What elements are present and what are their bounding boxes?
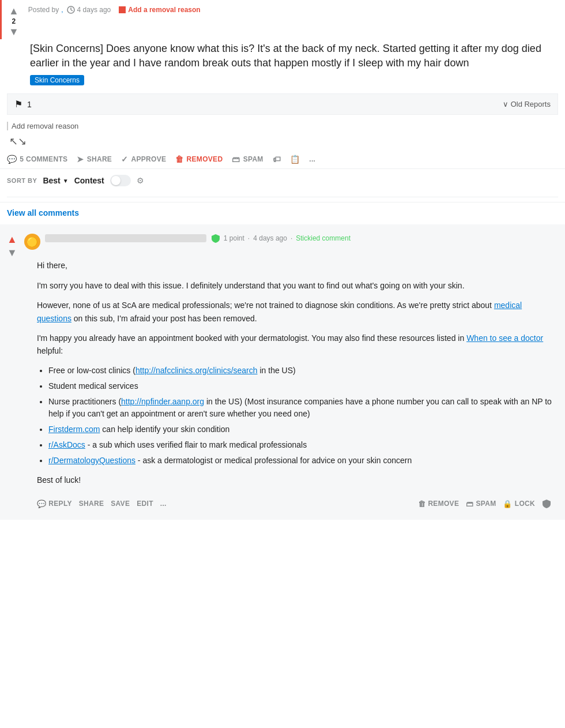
post-title: [Skin Concerns] Does anyone know what th… bbox=[30, 42, 558, 70]
note-button[interactable]: 📋 bbox=[290, 155, 300, 164]
old-reports-button[interactable]: ∨ Old Reports bbox=[503, 100, 551, 108]
reply-icon: 💬 bbox=[37, 500, 46, 508]
removed-button[interactable]: 🗑 Removed bbox=[175, 155, 223, 164]
comment-downvote-button[interactable]: ▼ bbox=[7, 247, 17, 259]
sort-chevron-icon: ▼ bbox=[63, 178, 69, 184]
lock-button[interactable]: 🔒 Lock bbox=[503, 500, 535, 508]
tag-button[interactable]: 🏷 bbox=[273, 155, 281, 164]
toggle-knob bbox=[111, 176, 120, 185]
clock-icon bbox=[67, 6, 75, 14]
add-removal-section: Add removal reason ↖↘ bbox=[0, 118, 565, 150]
report-flag-icon: ⚑ bbox=[14, 99, 22, 110]
comment-vote-section: ▲ ▼ bbox=[7, 234, 17, 259]
comment-dot-separator: · bbox=[248, 234, 250, 242]
sort-select[interactable]: Best ▼ bbox=[43, 176, 68, 185]
edit-button[interactable]: Edit bbox=[137, 500, 153, 508]
comment-avatar: 🟡 bbox=[24, 234, 40, 250]
share-button[interactable]: ➤ Share bbox=[77, 155, 112, 164]
sort-label: SORT BY bbox=[7, 177, 37, 184]
chevron-down-icon: ∨ bbox=[503, 100, 508, 108]
list-item: Free or low-cost clinics (http://nafccli… bbox=[48, 365, 558, 377]
askdocs-link[interactable]: r/AskDocs bbox=[48, 440, 85, 449]
comment-spam-icon: 🗃 bbox=[466, 500, 473, 508]
post-title-section: [Skin Concerns] Does anyone know what th… bbox=[0, 39, 565, 90]
list-item: r/DermatologyQuestions - ask a dermatolo… bbox=[48, 455, 558, 467]
post-time: 4 days ago bbox=[77, 6, 111, 14]
save-button[interactable]: Save bbox=[111, 500, 130, 508]
main-container: ▲ 2 ▼ Posted by , 4 days ago Add a remov… bbox=[0, 0, 565, 520]
add-removal-button[interactable]: Add a removal reason bbox=[119, 6, 200, 14]
comment-dot-separator2: · bbox=[291, 234, 292, 242]
comment-closing: Best of luck! bbox=[37, 474, 558, 486]
comment-meta: 1 point · 4 days ago · Stickied comment bbox=[211, 234, 351, 243]
reports-bar: ⚑ 1 ∨ Old Reports bbox=[7, 93, 558, 115]
reports-count: 1 bbox=[27, 100, 32, 109]
comment-share-button[interactable]: Share bbox=[79, 500, 104, 508]
mod-shield-icon bbox=[211, 234, 220, 243]
more-button[interactable]: ... bbox=[309, 155, 315, 163]
sort-bar: SORT BY Best ▼ Contest ⚙ bbox=[0, 168, 565, 192]
comment-remove-button[interactable]: 🗑 Remove bbox=[418, 500, 459, 508]
share-icon: ➤ bbox=[77, 155, 84, 164]
note-icon: 📋 bbox=[290, 155, 300, 164]
spam-icon: 🗃 bbox=[232, 155, 240, 164]
contest-toggle[interactable] bbox=[110, 175, 131, 186]
add-removal-text[interactable]: Add removal reason bbox=[7, 122, 558, 130]
flair-badge[interactable]: Skin Concerns bbox=[30, 75, 84, 85]
npfinder-link[interactable]: http://npfinder.aanp.org bbox=[121, 397, 204, 406]
lock-icon: 🔒 bbox=[503, 500, 512, 508]
reply-button[interactable]: 💬 Reply bbox=[37, 500, 72, 508]
comment-upvote-button[interactable]: ▲ bbox=[7, 234, 17, 246]
vote-count: 2 bbox=[12, 17, 16, 25]
stickied-label: Stickied comment bbox=[296, 234, 351, 242]
spam-button[interactable]: 🗃 Spam bbox=[232, 155, 263, 164]
list-item: Nurse practitioners (http://npfinder.aan… bbox=[48, 396, 558, 420]
comments-icon: 💬 bbox=[7, 155, 17, 164]
post-meta: Posted by , bbox=[28, 6, 63, 14]
divider bbox=[7, 197, 558, 197]
comment-section: ▲ ▼ 🟡 1 p bbox=[0, 224, 565, 520]
removal-icon bbox=[119, 6, 126, 13]
comments-button[interactable]: 💬 5 Comments bbox=[7, 155, 67, 164]
username[interactable]: , bbox=[61, 6, 63, 14]
when-to-see-doctor-link[interactable]: When to see a doctor bbox=[466, 333, 543, 343]
action-bar: 💬 5 Comments ➤ Share ✓ Approve 🗑 Removed… bbox=[0, 150, 565, 168]
shield-button[interactable] bbox=[542, 499, 551, 508]
approve-icon: ✓ bbox=[121, 155, 128, 164]
vote-section: ▲ 2 ▼ bbox=[9, 6, 19, 37]
posted-by-label: Posted by bbox=[28, 6, 59, 14]
upvote-button[interactable]: ▲ bbox=[9, 6, 19, 16]
view-all-comments: View all comments bbox=[0, 202, 565, 224]
comment-para3: I'm happy you already have an appointmen… bbox=[37, 332, 558, 358]
comment-greeting: Hi there, bbox=[37, 259, 558, 272]
comment-shield-icon bbox=[542, 499, 551, 508]
firstderm-link[interactable]: Firstderm.com bbox=[48, 425, 100, 434]
list-item: Firstderm.com can help identify your ski… bbox=[48, 423, 558, 436]
comment-container: ▲ ▼ 🟡 1 p bbox=[7, 234, 558, 511]
reports-left: ⚑ 1 bbox=[14, 99, 32, 110]
comment-spam-button[interactable]: 🗃 Spam bbox=[466, 500, 496, 508]
gear-icon[interactable]: ⚙ bbox=[137, 176, 144, 185]
comment-username-placeholder bbox=[45, 234, 206, 242]
comment-para1: I'm sorry you have to deal with this iss… bbox=[37, 279, 558, 292]
removed-icon: 🗑 bbox=[175, 155, 183, 164]
comment-more-button[interactable]: ... bbox=[160, 500, 167, 508]
resources-list: Free or low-cost clinics (http://nafccli… bbox=[48, 365, 558, 467]
view-all-link[interactable]: View all comments bbox=[7, 208, 79, 217]
svg-line-2 bbox=[71, 10, 73, 11]
approve-button[interactable]: ✓ Approve bbox=[121, 155, 166, 164]
dermatology-questions-link[interactable]: r/DermatologyQuestions bbox=[48, 456, 135, 465]
list-item: Student medical services bbox=[48, 380, 558, 392]
comment-para2: However, none of us at ScA are medical p… bbox=[37, 299, 558, 325]
comment-footer: 💬 Reply Share Save Edit ... 🗑 bbox=[7, 493, 558, 511]
comment-time: 4 days ago bbox=[253, 234, 287, 242]
contest-label: Contest bbox=[74, 176, 104, 185]
comment-body: Hi there, I'm sorry you have to deal wit… bbox=[7, 259, 558, 486]
downvote-button[interactable]: ▼ bbox=[9, 27, 19, 37]
tag-icon: 🏷 bbox=[273, 155, 281, 164]
list-item: r/AskDocs - a sub which uses verified fl… bbox=[48, 439, 558, 451]
nafcclinics-link[interactable]: http://nafcclinics.org/clinics/search bbox=[135, 366, 258, 375]
comment-points: 1 point bbox=[224, 234, 244, 242]
comment-remove-icon: 🗑 bbox=[418, 500, 425, 508]
expand-icon[interactable]: ↖↘ bbox=[9, 135, 27, 148]
